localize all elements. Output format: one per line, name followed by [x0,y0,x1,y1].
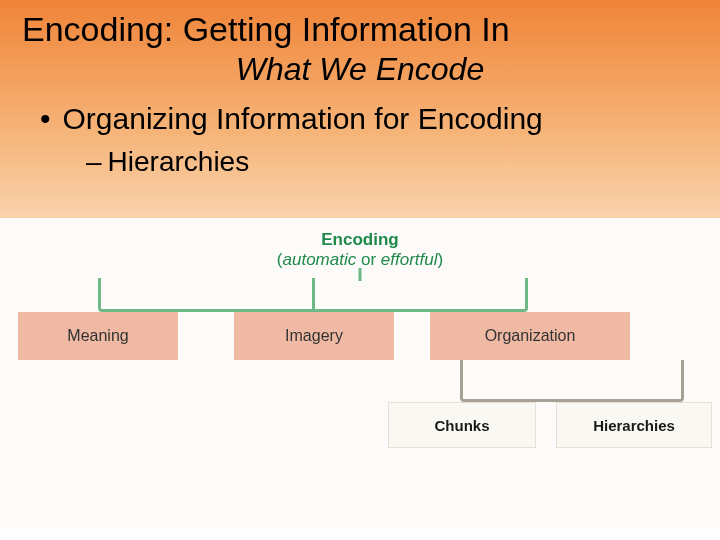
node-encoding-line2: (automatic or effortful) [277,250,443,270]
word-automatic: automatic [283,250,357,269]
bullet-item: • Organizing Information for Encoding [0,102,720,136]
connector-bracket-bottom [460,360,684,402]
bullet-marker: • [40,104,51,134]
node-imagery: Imagery [234,312,394,360]
paren-close: ) [437,250,443,269]
connector-mid-top [312,278,315,312]
node-hierarchies: Hierarchies [556,402,712,448]
sub-bullet-item: – Hierarchies [0,146,720,178]
slide-title: Encoding: Getting Information In [0,0,720,49]
dash-marker: – [86,146,102,178]
node-encoding: Encoding (automatic or effortful) [277,230,443,271]
node-chunks: Chunks [388,402,536,448]
slide-subtitle: What We Encode [0,51,720,88]
node-meaning: Meaning [18,312,178,360]
sub-bullet-text: Hierarchies [108,146,250,178]
hierarchy-diagram: Encoding (automatic or effortful) Meanin… [0,218,720,528]
word-or: or [356,250,381,269]
bullet-text: Organizing Information for Encoding [63,102,543,136]
word-effortful: effortful [381,250,438,269]
node-organization: Organization [430,312,630,360]
node-encoding-line1: Encoding [277,230,443,250]
